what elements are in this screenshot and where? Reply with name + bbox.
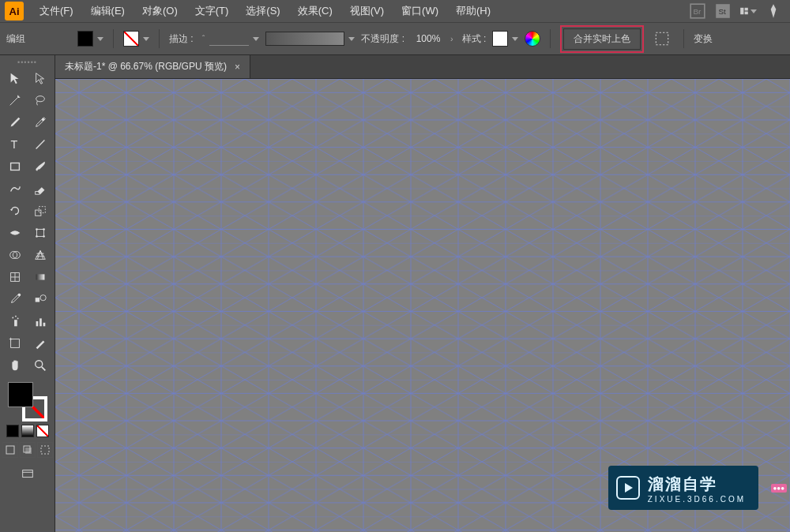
menu-type[interactable]: 文字(T) — [187, 1, 237, 21]
free-transform-tool[interactable] — [28, 223, 52, 243]
lasso-tool[interactable] — [28, 90, 52, 111]
svg-line-12 — [36, 140, 44, 149]
chevron-right-icon[interactable]: › — [448, 34, 456, 43]
chevron-down-icon — [348, 37, 355, 41]
draw-inside[interactable] — [37, 442, 53, 458]
color-mode-gradient[interactable] — [21, 425, 34, 437]
context-label: 编组 — [6, 32, 25, 46]
menu-effect[interactable]: 效果(C) — [290, 1, 340, 21]
eyedropper-tool[interactable] — [3, 289, 27, 309]
menu-select[interactable]: 选择(S) — [238, 1, 288, 21]
style-swatch[interactable] — [492, 31, 508, 47]
curvature-tool[interactable] — [28, 112, 52, 133]
chevron-down-icon — [97, 37, 103, 41]
slice-tool[interactable] — [28, 333, 52, 354]
canvas[interactable]: 溜溜自学 ZIXUE.3D66.COM ●●● — [55, 79, 790, 532]
watermark-subtitle: ZIXUE.3D66.COM — [648, 495, 746, 504]
svg-point-20 — [36, 235, 38, 238]
fill-stroke-indicator[interactable] — [8, 382, 47, 421]
line-tool[interactable] — [28, 134, 52, 155]
direct-selection-tool[interactable] — [28, 68, 52, 88]
toolbox-grip[interactable]: •••••• — [17, 58, 37, 66]
screen-mode[interactable] — [16, 464, 40, 485]
menu-file[interactable]: 文件(F) — [32, 1, 81, 21]
watermark: 溜溜自学 ZIXUE.3D66.COM — [608, 466, 758, 510]
opacity-input[interactable]: 100% — [411, 31, 446, 47]
hand-tool[interactable] — [3, 355, 27, 376]
symbol-sprayer-tool[interactable] — [3, 311, 27, 332]
style-label[interactable]: 样式 : — [462, 32, 487, 46]
stroke-swatch[interactable] — [123, 31, 139, 47]
merge-live-paint-button[interactable]: 合并实时上色 — [563, 28, 641, 50]
chevron-down-icon — [253, 37, 259, 41]
pen-tool[interactable] — [3, 112, 27, 133]
shape-builder-tool[interactable] — [3, 245, 27, 265]
column-graph-tool[interactable] — [28, 311, 52, 332]
svg-point-18 — [36, 228, 38, 230]
zoom-tool[interactable] — [28, 355, 52, 376]
stroke-label[interactable]: 描边 : — [169, 32, 194, 46]
rotate-tool[interactable] — [3, 200, 27, 221]
fill-swatch[interactable] — [77, 31, 93, 47]
menu-object[interactable]: 对象(O) — [134, 1, 186, 21]
recolor-artwork-icon[interactable] — [525, 31, 540, 47]
stock-icon[interactable]: St — [714, 2, 732, 20]
selection-tool[interactable] — [3, 68, 27, 88]
fill-box[interactable] — [8, 382, 33, 407]
menu-help[interactable]: 帮助(H) — [448, 1, 498, 21]
stroke-weight-input[interactable] — [209, 32, 249, 46]
scale-tool[interactable] — [28, 200, 52, 221]
svg-text:T: T — [10, 138, 17, 151]
isolate-icon[interactable] — [653, 30, 671, 47]
rectangle-tool[interactable] — [3, 156, 27, 177]
magic-wand-tool[interactable] — [3, 90, 27, 111]
arrange-docs-icon[interactable] — [739, 2, 757, 20]
paintbrush-tool[interactable] — [28, 156, 52, 177]
opacity-label[interactable]: 不透明度 : — [361, 32, 404, 46]
type-tool[interactable]: T — [3, 134, 27, 155]
brush-def[interactable] — [265, 32, 355, 46]
perspective-grid-tool[interactable] — [28, 245, 52, 265]
bridge-icon[interactable]: Br — [689, 2, 706, 20]
caret-up-icon[interactable]: ˆ — [200, 34, 208, 43]
transform-label[interactable]: 变换 — [694, 32, 713, 46]
draw-behind[interactable] — [20, 442, 36, 458]
svg-line-42 — [41, 367, 45, 371]
draw-mode-row — [2, 442, 53, 458]
color-mode-solid[interactable] — [6, 425, 19, 437]
svg-rect-44 — [25, 448, 32, 454]
svg-point-33 — [15, 316, 17, 317]
gradient-tool[interactable] — [28, 267, 52, 287]
chevron-down-icon — [143, 37, 149, 41]
svg-rect-4 — [740, 8, 743, 14]
svg-point-32 — [12, 317, 13, 319]
svg-rect-37 — [43, 323, 45, 327]
svg-point-41 — [35, 361, 42, 368]
menu-view[interactable]: 视图(V) — [342, 1, 392, 21]
mesh-tool[interactable] — [3, 267, 27, 287]
shaper-tool[interactable] — [3, 178, 27, 199]
document-tab[interactable]: 未标题-1* @ 66.67% (RGB/GPU 预览) × — [55, 55, 250, 78]
menu-edit[interactable]: 编辑(E) — [83, 1, 133, 21]
width-tool[interactable] — [3, 223, 27, 243]
svg-point-21 — [43, 235, 45, 238]
opacity-control[interactable]: 100% › — [411, 31, 456, 47]
artboard-tool[interactable] — [3, 333, 27, 354]
workarea: 未标题-1* @ 66.67% (RGB/GPU 预览) × — [55, 55, 790, 532]
merge-live-paint-highlight: 合并实时上色 — [560, 25, 644, 53]
menu-window[interactable]: 窗口(W) — [393, 1, 446, 21]
brush-definition[interactable] — [265, 32, 344, 46]
fill-swatch-group[interactable] — [77, 31, 103, 47]
control-bar: 编组 描边 : ˆ 不透明度 : 100% › 样式 : 合并实时上色 变换 — [0, 22, 790, 55]
blend-tool[interactable] — [28, 289, 52, 309]
svg-rect-38 — [10, 339, 19, 348]
color-mode-none[interactable] — [36, 425, 49, 437]
pink-tag: ●●● — [771, 484, 788, 493]
stroke-weight[interactable]: ˆ — [200, 32, 260, 46]
gpu-icon[interactable] — [765, 2, 782, 20]
stroke-swatch-group[interactable] — [123, 31, 149, 47]
eraser-tool[interactable] — [28, 178, 52, 199]
style-swatch-group[interactable] — [492, 31, 518, 47]
draw-normal[interactable] — [2, 442, 18, 458]
close-icon[interactable]: × — [235, 62, 240, 73]
